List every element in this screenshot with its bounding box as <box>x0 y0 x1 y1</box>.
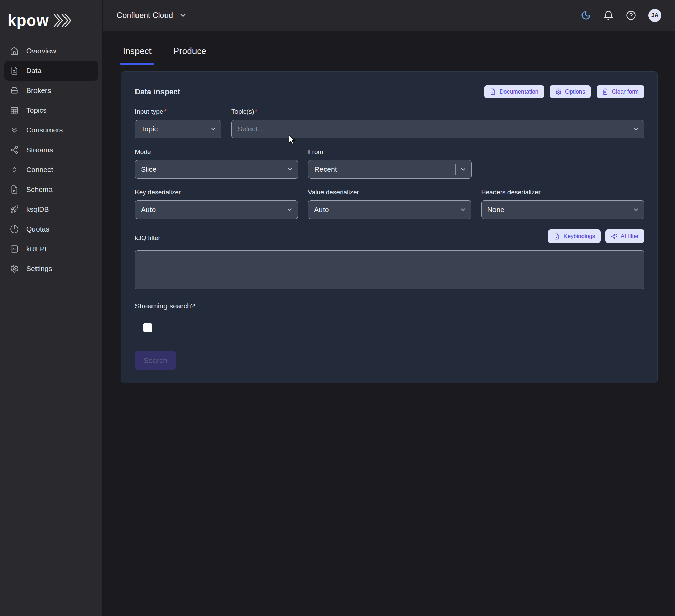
sidebar-item-label: Data <box>26 67 41 75</box>
sidebar-item-label: kREPL <box>26 245 48 253</box>
clear-form-button[interactable]: Clear form <box>597 85 644 98</box>
key-deserializer-label: Key deserializer <box>135 188 298 196</box>
sidebar-item-label: Topics <box>26 106 47 114</box>
notifications-bell-icon[interactable] <box>603 10 614 20</box>
ai-filter-label: AI filter <box>621 233 639 240</box>
home-icon <box>10 46 19 55</box>
help-icon[interactable] <box>626 10 636 20</box>
streaming-search-checkbox[interactable] <box>143 323 152 332</box>
documentation-label: Documentation <box>500 88 538 95</box>
avatar-initials: JA <box>651 12 658 18</box>
chevron-down-icon <box>628 126 644 132</box>
value-deserializer-label: Value deserializer <box>308 188 471 196</box>
share-icon <box>10 145 19 154</box>
options-button[interactable]: Options <box>550 85 591 98</box>
user-avatar[interactable]: JA <box>648 9 661 22</box>
file-text-icon <box>10 185 19 194</box>
sidebar-item-quotas[interactable]: Quotas <box>4 219 98 239</box>
key-deserializer-value: Auto <box>141 206 282 214</box>
sidebar-item-connect[interactable]: Connect <box>4 160 98 180</box>
sidebar-item-krepl[interactable]: kREPL <box>4 239 98 259</box>
chevron-down-icon <box>282 166 298 173</box>
input-type-label: Input type* <box>135 108 221 115</box>
tab-inspect[interactable]: Inspect <box>123 46 152 65</box>
mode-label: Mode <box>135 148 298 156</box>
required-asterisk: * <box>164 108 166 115</box>
kjq-filter-input[interactable] <box>135 250 644 289</box>
data-tabs: Inspect Produce <box>103 31 675 65</box>
sidebar-item-label: Settings <box>26 265 52 273</box>
sidebar-nav: Overview Data Brokers Topics Consumers <box>0 41 102 279</box>
documentation-button[interactable]: Documentation <box>484 85 544 98</box>
sidebar-item-label: Schema <box>26 185 53 194</box>
chevron-down-icon <box>282 206 298 213</box>
tab-label: Produce <box>173 46 206 56</box>
keybindings-button[interactable]: Keybindings <box>548 229 601 243</box>
sidebar-item-label: Consumers <box>26 126 63 134</box>
topics-multiselect[interactable]: Select... <box>231 120 644 138</box>
kpow-logo[interactable]: kpow <box>0 0 102 31</box>
rocket-icon <box>10 205 19 214</box>
kpow-logo-text: kpow <box>8 13 49 28</box>
search-button[interactable]: Search <box>135 351 176 370</box>
chevron-down-icon <box>455 206 471 213</box>
sidebar-item-label: ksqlDB <box>26 205 49 213</box>
sidebar-item-label: Streams <box>26 146 53 154</box>
kpow-logo-chevrons-icon <box>53 13 71 28</box>
hard-drive-icon <box>10 86 19 95</box>
sidebar-item-label: Connect <box>26 166 53 174</box>
sidebar-item-label: Quotas <box>26 225 49 233</box>
key-deserializer-select[interactable]: Auto <box>135 200 298 219</box>
mode-select[interactable]: Slice <box>135 160 298 179</box>
card-title: Data inspect <box>135 87 180 96</box>
sidebar-item-overview[interactable]: Overview <box>4 41 98 61</box>
streaming-search-label: Streaming search? <box>135 302 644 310</box>
sidebar-item-consumers[interactable]: Consumers <box>4 120 98 140</box>
chevron-down-icon <box>178 11 187 20</box>
tab-produce[interactable]: Produce <box>173 46 206 65</box>
environment-selector[interactable]: Confluent Cloud <box>117 11 187 20</box>
value-deserializer-select[interactable]: Auto <box>308 200 471 219</box>
sparkles-icon <box>611 233 617 240</box>
headers-deserializer-select[interactable]: None <box>481 200 644 219</box>
kjq-filter-label: kJQ filter <box>135 234 160 243</box>
sidebar-item-ksqldb[interactable]: ksqlDB <box>4 199 98 219</box>
topics-label: Topic(s)* <box>231 108 644 115</box>
chevron-down-icon <box>628 206 644 213</box>
topbar-actions: JA <box>581 9 661 22</box>
chevrons-down-icon <box>10 126 19 135</box>
clear-form-label: Clear form <box>612 88 639 95</box>
chevron-down-icon <box>456 166 471 173</box>
tab-label: Inspect <box>123 46 152 56</box>
pie-chart-icon <box>10 225 19 234</box>
file-search-icon <box>10 66 19 75</box>
input-type-value: Topic <box>141 125 205 133</box>
chevrons-up-down-icon <box>10 165 19 174</box>
chevron-down-icon <box>205 126 221 132</box>
mode-value: Slice <box>141 165 282 173</box>
sidebar-item-label: Brokers <box>26 86 51 95</box>
topbar: Confluent Cloud JA <box>103 0 675 31</box>
card-actions: Documentation Options Clear form <box>484 85 644 98</box>
gear-icon <box>555 88 562 95</box>
sidebar-item-streams[interactable]: Streams <box>4 140 98 160</box>
document-icon <box>554 233 560 240</box>
terminal-icon <box>10 244 19 253</box>
options-label: Options <box>565 88 585 95</box>
dark-mode-toggle-moon-icon[interactable] <box>581 10 591 20</box>
sidebar: kpow Overview Data Brokers <box>0 0 103 616</box>
input-type-select[interactable]: Topic <box>135 120 221 138</box>
ai-filter-button[interactable]: AI filter <box>605 229 644 243</box>
trash-icon <box>602 88 608 95</box>
main-content: Inspect Produce Data inspect Documentati… <box>103 31 675 616</box>
sidebar-item-settings[interactable]: Settings <box>4 259 98 279</box>
sidebar-item-schema[interactable]: Schema <box>4 180 98 199</box>
document-icon <box>490 88 496 95</box>
sidebar-item-topics[interactable]: Topics <box>4 100 98 120</box>
topics-placeholder: Select... <box>238 125 628 133</box>
sidebar-item-data[interactable]: Data <box>4 61 98 81</box>
environment-name: Confluent Cloud <box>117 11 173 20</box>
sidebar-item-brokers[interactable]: Brokers <box>4 81 98 100</box>
from-select[interactable]: Recent <box>308 160 472 179</box>
keybindings-label: Keybindings <box>563 233 595 240</box>
